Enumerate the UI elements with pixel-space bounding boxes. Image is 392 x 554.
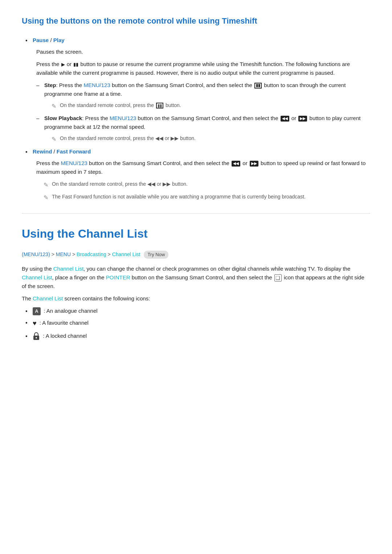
fast-forward-label: Fast Forward: [57, 148, 91, 155]
analogue-icon: A: [33, 307, 41, 315]
pause-para1: Pauses the screen.: [36, 48, 370, 56]
step-note: ✎ On the standard remote control, press …: [52, 101, 370, 111]
breadcrumb-broadcasting: Broadcasting: [77, 251, 106, 257]
step-note-text: On the standard remote control, press th…: [60, 101, 181, 109]
play-triangle-icon: ▶: [61, 61, 65, 69]
channel-icons-list: A : An analogue channel ♥ : A favourite …: [22, 307, 370, 340]
dash-step: Step: Press the MENU/123 button on the S…: [36, 81, 370, 111]
section-title-timeshift: Using the buttons on the remote control …: [22, 15, 370, 29]
pointer-link[interactable]: POINTER: [106, 274, 130, 280]
channel-icon-favourite: ♥ : A favourite channel: [25, 318, 370, 329]
rewind-ffwd-sep: /: [54, 148, 57, 155]
heart-favourite-icon: ♥: [33, 320, 37, 327]
pencil-icon-1: ✎: [52, 102, 56, 111]
channel-list-link3[interactable]: Channel List: [33, 295, 63, 301]
rewind-ffwd-content: Press the MENU/123 button on the Samsung…: [36, 159, 370, 202]
pause-label: Pause: [33, 37, 49, 43]
pencil-icon-4: ✎: [44, 193, 48, 202]
slow-menu123: MENU/123: [110, 115, 136, 121]
slow-bold: Slow Playback: [44, 115, 82, 121]
pause-play-content: Pauses the screen. Press the ▶ or ▮▮ but…: [36, 48, 370, 144]
play-label: Play: [53, 37, 65, 43]
channel-list-title: Using the Channel List: [22, 225, 370, 243]
rewind-box-icon: ◀◀: [281, 116, 289, 122]
slow-note: ✎ On the standard remote control, press …: [52, 134, 370, 144]
breadcrumb-menu: MENU: [56, 251, 71, 257]
svg-point-1: [36, 337, 37, 338]
step-pause-icon: ▮▮: [254, 83, 262, 89]
rewind-btn-icon: ◀◀: [232, 161, 240, 167]
rewind-note2: ✎ The Fast Forward function is not avail…: [44, 193, 370, 202]
ffwd-box-icon: ▶▶: [298, 116, 307, 122]
step-pause-inline-icon: ▮▮: [156, 103, 163, 108]
rewind-para: Press the MENU/123 button on the Samsung…: [36, 159, 370, 176]
breadcrumb-arrow1: >: [52, 251, 56, 257]
channel-list-para2: The Channel List screen contains the fol…: [22, 294, 370, 303]
bullet-rewind-ffwd: Rewind / Fast Forward Press the MENU/123…: [25, 147, 370, 202]
section-timeshift: Using the buttons on the remote control …: [22, 15, 370, 202]
channel-list-link2[interactable]: Channel List: [22, 274, 52, 280]
breadcrumb-arrow2: >: [72, 251, 77, 257]
breadcrumb: (MENU/123) > MENU > Broadcasting > Chann…: [22, 250, 370, 259]
slow-note-text: On the standard remote control, press th…: [60, 134, 196, 142]
step-bold: Step: [44, 82, 56, 88]
pencil-icon-3: ✎: [44, 180, 48, 190]
channel-icon-analogue: A : An analogue channel: [25, 307, 370, 315]
channel-icon-locked: : A locked channel: [25, 332, 370, 340]
breadcrumb-menu123: (MENU/123): [22, 251, 50, 257]
rewind-label: Rewind: [33, 148, 52, 155]
step-menu123: MENU/123: [83, 82, 110, 88]
breadcrumb-channel-list: Channel List: [112, 251, 140, 257]
ffwd-btn-icon: ▶▶: [250, 161, 258, 167]
favourite-description: : A favourite channel: [40, 320, 89, 326]
breadcrumb-arrow3: >: [108, 251, 112, 257]
rewind-note1-text: On the standard remote control, press th…: [52, 180, 188, 188]
section-channel-list: Using the Channel List (MENU/123) > MENU…: [22, 225, 370, 341]
pause-para2: Press the ▶ or ▮▮ button to pause or res…: [36, 60, 370, 77]
dash-slow-playback: Slow Playback: Press the MENU/123 button…: [36, 114, 370, 144]
section-divider: [22, 213, 370, 214]
pause-bars-icon: ▮▮: [73, 61, 78, 69]
rewind-note2-text: The Fast Forward function is not availab…: [52, 193, 306, 201]
channel-list-para1: By using the Channel List, you can chang…: [22, 264, 370, 291]
channel-list-link1[interactable]: Channel List: [53, 266, 83, 272]
pause-play-separator: /: [50, 37, 53, 43]
analogue-description: : An analogue channel: [44, 308, 97, 314]
pencil-icon-2: ✎: [52, 135, 56, 144]
grid-channel-icon: ❏: [274, 274, 282, 282]
lock-channel-icon: [33, 332, 40, 340]
timeshift-bullet-list: Pause / Play Pauses the screen. Press th…: [22, 36, 370, 202]
bullet-pause-play: Pause / Play Pauses the screen. Press th…: [25, 36, 370, 144]
rewind-note1: ✎ On the standard remote control, press …: [44, 180, 370, 190]
rewind-menu123: MENU/123: [61, 160, 87, 166]
locked-description: : A locked channel: [43, 333, 87, 339]
try-now-badge[interactable]: Try Now: [144, 251, 168, 259]
